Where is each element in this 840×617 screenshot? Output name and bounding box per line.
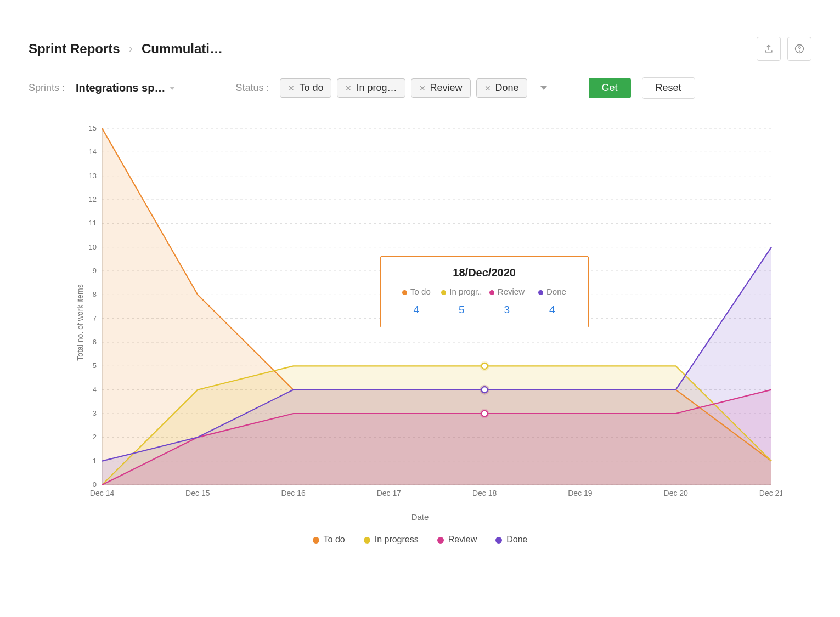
- svg-text:Dec 18: Dec 18: [472, 489, 497, 497]
- y-axis-label: Total no. of work items: [76, 284, 84, 360]
- legend-item[interactable]: Done: [495, 535, 527, 545]
- svg-text:3: 3: [92, 409, 96, 417]
- page-header: Sprint Reports › Cummulati…: [25, 24, 815, 73]
- status-chip[interactable]: ✕In prog…: [337, 78, 405, 98]
- sprint-selector[interactable]: Integrations sp…: [76, 82, 175, 94]
- tooltip-title: 18/Dec/2020: [394, 267, 575, 279]
- sprints-label: Sprints :: [29, 82, 65, 94]
- svg-point-49: [481, 411, 487, 417]
- status-chip[interactable]: ✕Done: [476, 78, 527, 98]
- help-button[interactable]: [787, 37, 811, 61]
- legend-item[interactable]: Review: [437, 535, 477, 545]
- reset-button[interactable]: Reset: [642, 77, 695, 99]
- svg-text:6: 6: [92, 338, 96, 346]
- status-dropdown-caret[interactable]: [540, 86, 547, 90]
- upload-icon: [763, 43, 774, 54]
- breadcrumb-current: Cummulati…: [142, 41, 223, 56]
- help-icon: [794, 43, 805, 54]
- svg-text:11: 11: [88, 219, 96, 227]
- svg-text:5: 5: [92, 361, 96, 370]
- caret-down-icon: [170, 87, 175, 90]
- svg-text:0: 0: [92, 480, 96, 489]
- get-button[interactable]: Get: [589, 78, 631, 98]
- tooltip-series: In progr..5: [439, 287, 484, 316]
- chart-tooltip: 18/Dec/2020 To do4In progr..5Review3Done…: [380, 256, 589, 327]
- svg-text:7: 7: [92, 314, 96, 322]
- chip-label: Review: [430, 82, 463, 94]
- svg-text:1: 1: [92, 457, 96, 465]
- tooltip-series: Done4: [529, 287, 575, 316]
- chart-legend: To doIn progressReviewDone: [25, 535, 815, 545]
- svg-text:13: 13: [88, 172, 96, 180]
- chart-stage: Total no. of work items 0123456789101112…: [25, 123, 815, 522]
- svg-text:4: 4: [92, 386, 96, 394]
- svg-point-1: [799, 50, 800, 52]
- breadcrumb: Sprint Reports › Cummulati…: [29, 41, 223, 56]
- legend-item[interactable]: In progress: [364, 535, 419, 545]
- svg-text:2: 2: [92, 433, 96, 441]
- svg-text:12: 12: [88, 195, 96, 203]
- svg-text:Dec 14: Dec 14: [89, 489, 114, 497]
- status-chip[interactable]: ✕To do: [280, 78, 331, 98]
- svg-text:Dec 17: Dec 17: [376, 489, 401, 497]
- tooltip-series: To do4: [394, 287, 439, 316]
- chip-label: Done: [495, 82, 519, 94]
- svg-text:8: 8: [92, 290, 96, 298]
- tooltip-series: Review3: [484, 287, 530, 316]
- svg-text:9: 9: [92, 267, 96, 275]
- status-chip[interactable]: ✕Review: [411, 78, 471, 98]
- svg-text:10: 10: [88, 243, 96, 251]
- chip-label: In prog…: [356, 82, 397, 94]
- chip-label: To do: [299, 82, 323, 94]
- chevron-right-icon: ›: [129, 42, 133, 56]
- close-icon[interactable]: ✕: [288, 84, 295, 93]
- export-button[interactable]: [757, 37, 781, 61]
- filter-toolbar: Sprints : Integrations sp… Status : ✕To …: [25, 73, 815, 103]
- svg-text:Dec 20: Dec 20: [663, 489, 688, 497]
- svg-text:14: 14: [88, 148, 96, 156]
- svg-point-51: [481, 387, 487, 393]
- svg-text:Dec 21: Dec 21: [759, 489, 782, 497]
- status-chip-list: ✕To do✕In prog…✕Review✕Done: [280, 78, 527, 98]
- svg-text:Dec 16: Dec 16: [281, 489, 306, 497]
- status-label: Status :: [235, 82, 269, 94]
- svg-text:Dec 15: Dec 15: [185, 489, 210, 497]
- close-icon[interactable]: ✕: [345, 84, 352, 93]
- svg-point-47: [481, 363, 487, 369]
- svg-text:Dec 19: Dec 19: [568, 489, 593, 497]
- sprint-selected-text: Integrations sp…: [76, 82, 165, 94]
- close-icon[interactable]: ✕: [419, 84, 426, 93]
- legend-item[interactable]: To do: [313, 535, 345, 545]
- svg-text:15: 15: [88, 124, 96, 132]
- breadcrumb-root[interactable]: Sprint Reports: [29, 41, 120, 56]
- close-icon[interactable]: ✕: [484, 84, 491, 93]
- x-axis-label: Date: [25, 512, 815, 522]
